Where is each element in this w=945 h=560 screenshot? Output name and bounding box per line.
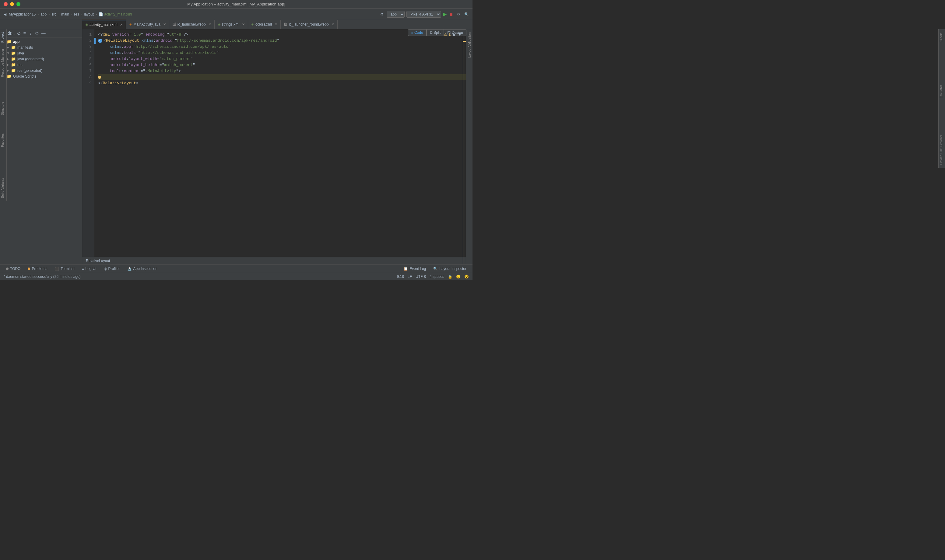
sidebar-collapse-btn[interactable]: ≡ <box>23 30 26 36</box>
logcat-icon: ≡ <box>82 267 84 271</box>
tab-close-mainactivity[interactable]: ✕ <box>163 23 166 26</box>
cursor-position[interactable]: 9:18 <box>397 274 404 279</box>
tab-close-strings[interactable]: ✕ <box>242 23 245 26</box>
tab-todo[interactable]: TODO <box>2 265 24 273</box>
breadcrumb-myapplication[interactable]: MyApplication15 <box>9 12 35 17</box>
status-right: 9:18 LF UTF-8 4 spaces 🔒 🙂 😵 <box>397 274 469 279</box>
vtab-build-variants[interactable]: Build Variants <box>0 175 6 201</box>
breadcrumb-layout[interactable]: layout <box>84 12 94 17</box>
tree-item-manifests[interactable]: ▶ 📁 manifests <box>0 45 82 50</box>
event-log-icon: 📋 <box>403 267 408 271</box>
indent[interactable]: 4 spaces <box>429 274 444 279</box>
bottom-tabs: TODO Problems ⬛ Terminal ≡ Logcat ◎ Prof… <box>0 264 472 273</box>
folder-icon-manifests: 📁 <box>11 45 16 49</box>
line-num-5: 5 <box>82 56 92 62</box>
tab-ic-launcher[interactable]: 🖼 ic_launcher.webp ✕ <box>169 20 215 29</box>
app-selector[interactable]: app <box>387 11 405 18</box>
line-num-6: 6 <box>82 62 92 68</box>
window-controls[interactable] <box>4 2 20 6</box>
tree-item-app[interactable]: ▼ 📁 app <box>0 38 82 45</box>
tab-logcat[interactable]: ≡ Logcat <box>78 265 100 273</box>
terminal-icon: ⬛ <box>54 267 59 271</box>
stop-button[interactable]: ◼ <box>448 12 454 17</box>
breadcrumb-src[interactable]: src <box>51 12 56 17</box>
event-log-label: Event Log <box>409 267 426 271</box>
editor-breadcrumb: RelativeLayout <box>82 257 472 264</box>
line-num-8: 8 <box>82 74 92 80</box>
vtab-resource-manager[interactable]: Resource Manager <box>0 46 6 80</box>
editor-breadcrumb-text: RelativeLayout <box>86 259 110 263</box>
folder-icon-gradle: 📁 <box>7 74 12 78</box>
problems-label: Problems <box>32 267 47 271</box>
tab-event-log[interactable]: 📋 Event Log <box>400 265 429 273</box>
run-button[interactable]: ▶ <box>443 11 446 17</box>
emoji-confused: 😵 <box>464 274 469 279</box>
tab-close-activity-main[interactable]: ✕ <box>120 23 123 27</box>
breadcrumb-main[interactable]: main <box>61 12 69 17</box>
close-button[interactable] <box>4 2 8 6</box>
tab-problems[interactable]: Problems <box>24 265 51 273</box>
vtab-project-panel[interactable]: Project <box>0 29 6 46</box>
tab-layout-inspector[interactable]: 🔍 Layout Inspector <box>429 265 470 273</box>
vtab-favorites[interactable]: Favorites <box>0 130 6 150</box>
tree-item-gradle[interactable]: ▶ 📁 Gradle Scripts <box>0 73 82 79</box>
breadcrumb-file[interactable]: 📄 activity_main.xml <box>99 12 132 17</box>
sidebar-settings-btn[interactable]: ⚙ <box>34 30 40 36</box>
warning-down-btn[interactable]: ▼ <box>457 32 462 37</box>
view-mode-code[interactable]: ≡ Code <box>408 29 426 36</box>
tree-item-res[interactable]: ▶ 📁 res <box>0 62 82 68</box>
code-content[interactable]: <?xml version="1.0" encoding="utf-8"?> C… <box>94 29 472 257</box>
logcat-label: Logcat <box>86 267 97 271</box>
tree-arrow-java-gen: ▶ <box>7 57 11 60</box>
line-num-7: 7 <box>82 68 92 74</box>
tree-item-res-generated[interactable]: ▶ 📁 res (generated) <box>0 68 82 73</box>
window-title: My Application – activity_main.xml [My_A… <box>187 2 285 6</box>
tree-item-java[interactable]: ▼ 📁 java <box>0 50 82 56</box>
search-button[interactable]: 🔍 <box>463 12 470 17</box>
tab-close-colors[interactable]: ✕ <box>275 23 277 26</box>
code-editor: 1 2 3 4 5 6 7 8 9 <?xml version="1.0" en… <box>82 29 472 257</box>
tree-arrow-res-gen: ▶ <box>7 69 11 72</box>
tab-profiler[interactable]: ◎ Profiler <box>100 265 124 273</box>
title-bar: My Application – activity_main.xml [My_A… <box>0 0 472 9</box>
warning-up-btn[interactable]: ▲ <box>452 32 456 37</box>
minimize-button[interactable] <box>10 2 14 6</box>
sidebar-more-btn[interactable]: ⋮ <box>28 30 33 36</box>
encoding[interactable]: UTF-8 <box>416 274 426 279</box>
tab-mainactivity-java[interactable]: ◈ MainActivity.java ✕ <box>126 20 169 29</box>
tab-close-launcher[interactable]: ✕ <box>209 23 211 26</box>
line-numbers: 1 2 3 4 5 6 7 8 9 <box>82 29 94 257</box>
folder-icon-res: 📁 <box>11 62 16 67</box>
layout-inspector-icon: 🔍 <box>433 267 438 271</box>
breadcrumb-app[interactable]: app <box>40 12 46 17</box>
toolbar-right: ⚙ app Pixel 4 API 31 ▶ ◼ ↻ 🔍 <box>379 11 470 18</box>
tab-icon-xml: ◈ <box>85 23 88 27</box>
tab-icon-java: ◈ <box>129 22 132 26</box>
breadcrumb-res[interactable]: res <box>74 12 79 17</box>
device-selector[interactable]: Pixel 4 API 31 <box>406 11 441 18</box>
sidebar-sync-btn[interactable]: ⊙ <box>17 30 21 36</box>
vtab-structure[interactable]: Structure <box>0 98 6 118</box>
tab-terminal[interactable]: ⬛ Terminal <box>51 265 78 273</box>
line-ending[interactable]: LF <box>408 274 412 279</box>
lock-icon: 🔒 <box>448 274 452 279</box>
folder-icon-app: 📁 <box>7 39 12 44</box>
tree-item-java-generated[interactable]: ▶ 📁 java (generated) <box>0 56 82 62</box>
sync-button[interactable]: ↻ <box>456 12 461 17</box>
tab-colors-xml[interactable]: ◈ colors.xml ✕ <box>248 20 281 29</box>
tree-label-gradle: Gradle Scripts <box>13 74 36 78</box>
tab-app-inspection[interactable]: 🔬 App Inspection <box>124 265 161 273</box>
back-button[interactable]: ◀ <box>2 12 8 17</box>
tree-label-manifests: manifests <box>17 45 33 49</box>
toolbar-icon-1[interactable]: ⚙ <box>379 12 385 17</box>
tab-close-launcher-round[interactable]: ✕ <box>331 23 334 26</box>
sidebar-close-btn[interactable]: — <box>41 30 46 36</box>
emoji-happy: 🙂 <box>456 274 461 279</box>
tab-strings-xml[interactable]: ◈ strings.xml ✕ <box>215 20 248 29</box>
layout-validation-label[interactable]: Layout Validation <box>467 29 472 61</box>
view-mode-split[interactable]: ⧉ Split <box>426 29 444 36</box>
maximize-button[interactable] <box>17 2 20 6</box>
tab-ic-launcher-round[interactable]: 🖼 ic_launcher_round.webp ✕ <box>281 20 338 29</box>
tab-activity-main-xml[interactable]: ◈ activity_main.xml ✕ <box>82 20 126 29</box>
todo-label: TODO <box>10 267 20 271</box>
